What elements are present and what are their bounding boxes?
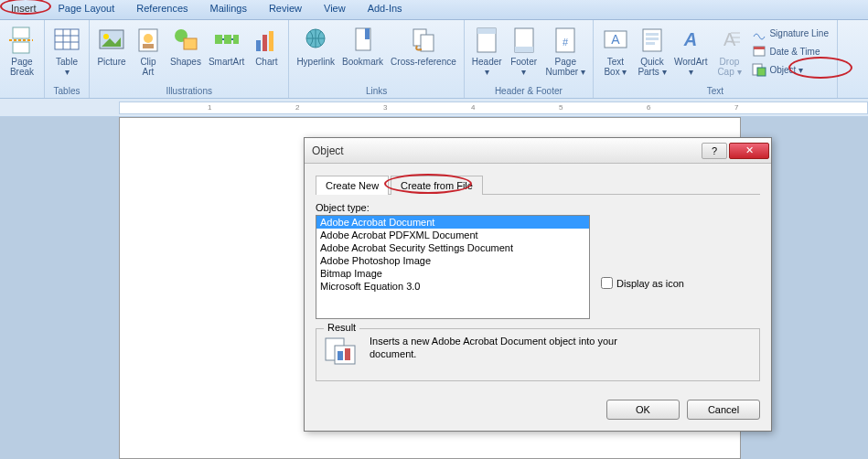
tab-mailings[interactable]: Mailings	[199, 0, 258, 19]
object-icon	[752, 62, 766, 77]
text-box-button[interactable]: AText Box ▾	[597, 22, 634, 85]
picture-icon	[97, 26, 126, 55]
svg-rect-46	[757, 68, 766, 76]
smartart-icon	[212, 26, 241, 55]
picture-button[interactable]: Picture	[93, 22, 130, 85]
svg-rect-25	[421, 35, 434, 51]
list-item[interactable]: Adobe Acrobat PDFXML Document	[316, 229, 589, 241]
footer-button[interactable]: Footer ▾	[506, 22, 542, 85]
signature-line-button[interactable]: Signature Line	[749, 24, 831, 42]
svg-rect-27	[477, 28, 496, 34]
list-item[interactable]: Microsoft Equation 3.0	[316, 280, 589, 293]
svg-point-11	[144, 34, 153, 43]
cancel-button[interactable]: Cancel	[687, 400, 760, 420]
svg-rect-15	[215, 35, 222, 44]
svg-rect-3	[55, 29, 79, 49]
svg-rect-36	[646, 37, 659, 40]
svg-rect-0	[13, 27, 29, 38]
group-tables: Table ▾ Tables	[45, 20, 90, 98]
group-label-header-footer: Header & Footer	[468, 85, 589, 98]
object-dialog: Object ? ✕ Create New Create from File O…	[304, 137, 772, 432]
svg-rect-23	[365, 28, 370, 39]
header-button[interactable]: Header ▾	[468, 22, 506, 85]
svg-rect-29	[515, 47, 533, 52]
object-type-label: Object type:	[316, 202, 760, 213]
tab-create-new[interactable]: Create New	[316, 176, 389, 195]
svg-point-9	[103, 34, 109, 39]
wordart-button[interactable]: AWordArt ▾	[670, 22, 712, 85]
svg-rect-20	[269, 31, 273, 51]
horizontal-ruler[interactable]: 1 2 3 4 5 6 7	[119, 101, 868, 114]
shapes-button[interactable]: Shapes	[166, 22, 205, 85]
drop-cap-icon: A	[714, 26, 744, 55]
tab-review[interactable]: Review	[258, 0, 313, 19]
wordart-icon: A	[676, 26, 705, 55]
dialog-title: Object	[312, 144, 700, 157]
ok-button[interactable]: OK	[606, 400, 680, 420]
svg-rect-44	[754, 47, 765, 49]
tab-insert[interactable]: Insert	[0, 0, 48, 19]
group-illustrations: Picture Clip Art Shapes SmartArt Chart I…	[90, 20, 289, 98]
group-header-footer: Header ▾ Footer ▾ #Page Number ▾ Header …	[465, 20, 594, 98]
display-as-icon-checkbox[interactable]: Display as icon	[601, 277, 684, 289]
quick-parts-button[interactable]: Quick Parts ▾	[634, 22, 670, 85]
svg-rect-14	[184, 38, 197, 49]
object-type-listbox[interactable]: Adobe Acrobat Document Adobe Acrobat PDF…	[316, 215, 590, 319]
text-box-icon: A	[601, 26, 630, 55]
svg-text:#: #	[563, 37, 569, 48]
page-number-button[interactable]: #Page Number ▾	[542, 22, 589, 85]
result-group: Result Inserts a new Adobe Acrobat Docum…	[316, 328, 760, 381]
result-legend: Result	[324, 322, 359, 333]
clipart-button[interactable]: Clip Art	[130, 22, 166, 85]
svg-rect-17	[233, 35, 239, 44]
svg-rect-19	[263, 35, 267, 51]
svg-rect-35	[646, 33, 659, 36]
tab-create-from-file[interactable]: Create from File	[391, 176, 483, 195]
page-break-button[interactable]: Page Break	[4, 22, 40, 85]
svg-rect-16	[224, 35, 231, 44]
shapes-icon	[171, 26, 200, 55]
svg-rect-12	[143, 44, 154, 48]
signature-icon	[752, 26, 766, 40]
table-button[interactable]: Table ▾	[48, 22, 85, 85]
footer-icon	[509, 26, 539, 55]
svg-text:A: A	[683, 29, 697, 49]
dialog-help-button[interactable]: ?	[702, 143, 727, 159]
svg-rect-18	[256, 40, 261, 51]
smartart-button[interactable]: SmartArt	[205, 22, 248, 85]
page-number-icon: #	[551, 26, 580, 55]
page-break-icon	[7, 26, 37, 55]
tab-page-layout[interactable]: Page Layout	[48, 0, 126, 19]
drop-cap-button[interactable]: ADrop Cap ▾	[711, 22, 747, 85]
result-icon	[324, 335, 360, 368]
svg-rect-49	[338, 351, 343, 360]
chart-button[interactable]: Chart	[248, 22, 284, 85]
hyperlink-button[interactable]: Hyperlink	[293, 22, 338, 85]
dialog-close-button[interactable]: ✕	[729, 143, 769, 159]
chart-icon	[252, 26, 281, 55]
display-as-icon-input[interactable]	[601, 277, 613, 289]
table-icon	[52, 26, 81, 55]
group-label-links: Links	[293, 85, 459, 98]
cross-reference-button[interactable]: Cross-reference	[387, 22, 460, 85]
list-item[interactable]: Adobe Photoshop Image	[316, 254, 589, 267]
list-item[interactable]: Adobe Acrobat Document	[316, 216, 589, 229]
list-item[interactable]: Adobe Acrobat Security Settings Document	[316, 241, 589, 254]
group-pages: Page Break	[0, 20, 45, 98]
dialog-titlebar[interactable]: Object ? ✕	[305, 138, 771, 164]
hyperlink-icon	[301, 26, 330, 55]
list-item[interactable]: Bitmap Image	[316, 267, 589, 280]
object-button[interactable]: Object ▾	[749, 60, 831, 79]
bookmark-button[interactable]: Bookmark	[338, 22, 387, 85]
cross-reference-icon	[409, 26, 438, 55]
tab-references[interactable]: References	[125, 0, 198, 19]
clipart-icon	[134, 26, 163, 55]
date-time-button[interactable]: Date & Time	[749, 42, 831, 60]
tab-view[interactable]: View	[313, 0, 357, 19]
tab-addins[interactable]: Add-Ins	[357, 0, 413, 19]
group-label-illustrations: Illustrations	[93, 85, 284, 98]
svg-rect-1	[13, 42, 29, 53]
ribbon-tabs: Insert Page Layout References Mailings R…	[0, 0, 868, 20]
group-label-text: Text	[597, 85, 833, 98]
result-text: Inserts a new Adobe Acrobat Document obj…	[370, 335, 626, 360]
